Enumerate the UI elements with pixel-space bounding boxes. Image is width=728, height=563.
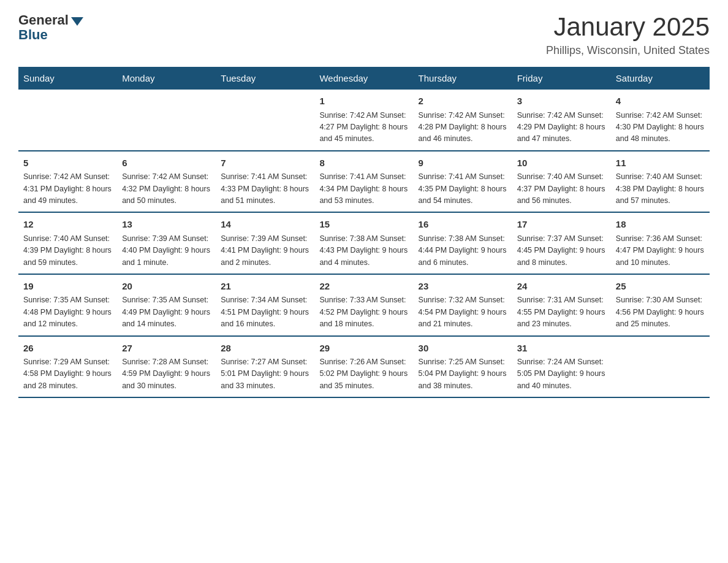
day-number: 31 (517, 342, 606, 356)
day-number: 4 (616, 94, 705, 109)
week-row-3: 12Sunrise: 7:40 AM Sunset: 4:39 PM Dayli… (18, 212, 710, 274)
day-cell: 4Sunrise: 7:42 AM Sunset: 4:30 PM Daylig… (611, 90, 710, 151)
day-sun-info: Sunrise: 7:41 AM Sunset: 4:35 PM Dayligh… (419, 171, 507, 207)
day-cell: 3Sunrise: 7:42 AM Sunset: 4:29 PM Daylig… (512, 90, 611, 151)
day-number: 2 (419, 94, 507, 109)
day-sun-info: Sunrise: 7:40 AM Sunset: 4:37 PM Dayligh… (517, 171, 606, 207)
day-cell: 26Sunrise: 7:29 AM Sunset: 4:58 PM Dayli… (18, 336, 117, 398)
calendar-header-row: SundayMondayTuesdayWednesdayThursdayFrid… (18, 67, 710, 90)
day-number: 6 (122, 156, 211, 170)
day-sun-info: Sunrise: 7:37 AM Sunset: 4:45 PM Dayligh… (517, 233, 606, 269)
day-sun-info: Sunrise: 7:39 AM Sunset: 4:40 PM Dayligh… (122, 233, 211, 269)
logo-blue-text: Blue (18, 27, 48, 43)
day-cell: 14Sunrise: 7:39 AM Sunset: 4:41 PM Dayli… (216, 212, 314, 274)
day-sun-info: Sunrise: 7:35 AM Sunset: 4:49 PM Dayligh… (122, 294, 211, 330)
day-number: 21 (221, 280, 309, 294)
day-number: 5 (23, 156, 112, 170)
day-sun-info: Sunrise: 7:32 AM Sunset: 4:54 PM Dayligh… (419, 294, 507, 330)
day-cell: 16Sunrise: 7:38 AM Sunset: 4:44 PM Dayli… (414, 212, 512, 274)
day-cell: 2Sunrise: 7:42 AM Sunset: 4:28 PM Daylig… (414, 90, 512, 151)
day-sun-info: Sunrise: 7:39 AM Sunset: 4:41 PM Dayligh… (221, 233, 309, 269)
day-sun-info: Sunrise: 7:25 AM Sunset: 5:04 PM Dayligh… (419, 356, 507, 392)
logo-arrow-icon (71, 17, 83, 26)
header-monday: Monday (117, 67, 216, 90)
day-sun-info: Sunrise: 7:42 AM Sunset: 4:31 PM Dayligh… (23, 171, 112, 207)
day-cell: 12Sunrise: 7:40 AM Sunset: 4:39 PM Dayli… (18, 212, 117, 274)
day-cell: 28Sunrise: 7:27 AM Sunset: 5:01 PM Dayli… (216, 336, 314, 398)
day-sun-info: Sunrise: 7:41 AM Sunset: 4:34 PM Dayligh… (319, 171, 408, 207)
header-wednesday: Wednesday (314, 67, 413, 90)
day-cell: 31Sunrise: 7:24 AM Sunset: 5:05 PM Dayli… (512, 336, 611, 398)
day-sun-info: Sunrise: 7:33 AM Sunset: 4:52 PM Dayligh… (319, 294, 408, 330)
day-cell: 24Sunrise: 7:31 AM Sunset: 4:55 PM Dayli… (512, 274, 611, 336)
day-sun-info: Sunrise: 7:42 AM Sunset: 4:27 PM Dayligh… (319, 110, 408, 145)
day-sun-info: Sunrise: 7:42 AM Sunset: 4:32 PM Dayligh… (122, 171, 211, 207)
day-cell: 25Sunrise: 7:30 AM Sunset: 4:56 PM Dayli… (611, 274, 710, 336)
day-cell: 9Sunrise: 7:41 AM Sunset: 4:35 PM Daylig… (414, 151, 512, 213)
day-sun-info: Sunrise: 7:24 AM Sunset: 5:05 PM Dayligh… (517, 356, 606, 392)
day-cell: 8Sunrise: 7:41 AM Sunset: 4:34 PM Daylig… (314, 151, 413, 213)
day-number: 20 (122, 280, 211, 294)
calendar-title: January 2025 (546, 12, 710, 42)
header-saturday: Saturday (611, 67, 710, 90)
day-number: 22 (319, 280, 408, 294)
day-number: 13 (122, 218, 211, 232)
day-sun-info: Sunrise: 7:42 AM Sunset: 4:28 PM Dayligh… (419, 110, 507, 145)
day-sun-info: Sunrise: 7:40 AM Sunset: 4:39 PM Dayligh… (23, 233, 112, 269)
day-cell: 20Sunrise: 7:35 AM Sunset: 4:49 PM Dayli… (117, 274, 216, 336)
header-thursday: Thursday (414, 67, 512, 90)
day-number: 3 (517, 94, 606, 109)
day-sun-info: Sunrise: 7:42 AM Sunset: 4:29 PM Dayligh… (517, 110, 606, 145)
week-row-5: 26Sunrise: 7:29 AM Sunset: 4:58 PM Dayli… (18, 336, 710, 398)
day-cell: 5Sunrise: 7:42 AM Sunset: 4:31 PM Daylig… (18, 151, 117, 213)
day-cell: 6Sunrise: 7:42 AM Sunset: 4:32 PM Daylig… (117, 151, 216, 213)
day-number: 1 (319, 94, 408, 109)
day-sun-info: Sunrise: 7:38 AM Sunset: 4:43 PM Dayligh… (319, 233, 408, 269)
logo: General Blue (18, 12, 83, 43)
day-number: 14 (221, 218, 309, 232)
day-sun-info: Sunrise: 7:35 AM Sunset: 4:48 PM Dayligh… (23, 294, 112, 330)
day-cell: 11Sunrise: 7:40 AM Sunset: 4:38 PM Dayli… (611, 151, 710, 213)
logo-general-text: General (18, 12, 69, 28)
day-sun-info: Sunrise: 7:31 AM Sunset: 4:55 PM Dayligh… (517, 294, 606, 330)
day-cell: 27Sunrise: 7:28 AM Sunset: 4:59 PM Dayli… (117, 336, 216, 398)
day-sun-info: Sunrise: 7:41 AM Sunset: 4:33 PM Dayligh… (221, 171, 309, 207)
day-sun-info: Sunrise: 7:27 AM Sunset: 5:01 PM Dayligh… (221, 356, 309, 392)
day-cell: 22Sunrise: 7:33 AM Sunset: 4:52 PM Dayli… (314, 274, 413, 336)
day-number: 9 (419, 156, 507, 170)
week-row-4: 19Sunrise: 7:35 AM Sunset: 4:48 PM Dayli… (18, 274, 710, 336)
day-sun-info: Sunrise: 7:26 AM Sunset: 5:02 PM Dayligh… (319, 356, 408, 392)
day-number: 17 (517, 218, 606, 232)
day-cell: 13Sunrise: 7:39 AM Sunset: 4:40 PM Dayli… (117, 212, 216, 274)
week-row-1: 1Sunrise: 7:42 AM Sunset: 4:27 PM Daylig… (18, 90, 710, 151)
day-sun-info: Sunrise: 7:28 AM Sunset: 4:59 PM Dayligh… (122, 356, 211, 392)
day-cell (216, 90, 314, 151)
day-number: 26 (23, 342, 112, 356)
day-cell (18, 90, 117, 151)
day-cell: 18Sunrise: 7:36 AM Sunset: 4:47 PM Dayli… (611, 212, 710, 274)
day-cell: 30Sunrise: 7:25 AM Sunset: 5:04 PM Dayli… (414, 336, 512, 398)
page-header: General Blue January 2025 Phillips, Wisc… (18, 12, 710, 57)
day-cell (117, 90, 216, 151)
day-sun-info: Sunrise: 7:42 AM Sunset: 4:30 PM Dayligh… (616, 110, 705, 145)
header-friday: Friday (512, 67, 611, 90)
day-number: 23 (419, 280, 507, 294)
day-number: 8 (319, 156, 408, 170)
day-sun-info: Sunrise: 7:34 AM Sunset: 4:51 PM Dayligh… (221, 294, 309, 330)
week-row-2: 5Sunrise: 7:42 AM Sunset: 4:31 PM Daylig… (18, 151, 710, 213)
day-sun-info: Sunrise: 7:40 AM Sunset: 4:38 PM Dayligh… (616, 171, 705, 207)
day-sun-info: Sunrise: 7:38 AM Sunset: 4:44 PM Dayligh… (419, 233, 507, 269)
day-number: 19 (23, 280, 112, 294)
day-cell: 29Sunrise: 7:26 AM Sunset: 5:02 PM Dayli… (314, 336, 413, 398)
day-number: 15 (319, 218, 408, 232)
location-subtitle: Phillips, Wisconsin, United States (546, 44, 710, 57)
day-cell (611, 336, 710, 398)
day-cell: 7Sunrise: 7:41 AM Sunset: 4:33 PM Daylig… (216, 151, 314, 213)
day-number: 25 (616, 280, 705, 294)
calendar-table: SundayMondayTuesdayWednesdayThursdayFrid… (18, 67, 710, 398)
day-number: 18 (616, 218, 705, 232)
day-sun-info: Sunrise: 7:30 AM Sunset: 4:56 PM Dayligh… (616, 294, 705, 330)
day-sun-info: Sunrise: 7:36 AM Sunset: 4:47 PM Dayligh… (616, 233, 705, 269)
day-sun-info: Sunrise: 7:29 AM Sunset: 4:58 PM Dayligh… (23, 356, 112, 392)
day-cell: 19Sunrise: 7:35 AM Sunset: 4:48 PM Dayli… (18, 274, 117, 336)
